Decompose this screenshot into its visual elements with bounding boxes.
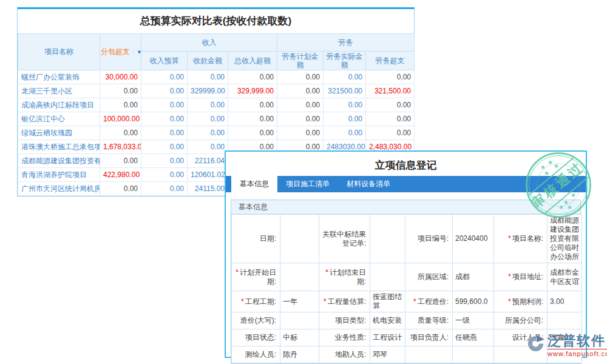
project-name-cell[interactable]: 青海洪湖养护院项目 [18,168,100,182]
header-labor-overrun: 劳务超支 [366,52,415,70]
project-name-cell[interactable]: 成渝高铁内江标段项目 [18,98,100,112]
form-value-cell[interactable] [280,215,319,263]
amount-cell[interactable]: 321500.00 [324,84,366,98]
form-row: *工程工期:一年*工程量估算:按蓝图结算*工程造价:599,600.0*预期利润… [232,291,582,312]
form-value-cell[interactable]: 邓琴 [370,346,405,363]
project-name-cell[interactable]: 港珠澳大桥施工总承包项目 [18,140,100,154]
form-label: 地勘人员: [319,346,370,363]
amount-cell[interactable]: 0.00 [188,140,228,154]
amount-cell[interactable]: 0.00 [141,70,188,84]
required-marker: * [508,297,511,306]
form-value-cell[interactable]: 3.00 [548,291,582,312]
form-value-cell[interactable]: 20240400 [453,215,494,263]
logo-text-block: 泛普软件 www.fanpusoft.com [548,334,607,357]
budget-report-title: 总预算实际对比表(按收付款取数) [18,9,414,33]
form-value-cell[interactable]: 机电安装 [370,312,405,329]
amount-cell: 1,678,033.00 [100,140,141,154]
table-row: 螺丝厂办公室装饰30,000.000.000.000.000.000.000.0… [18,70,415,84]
form-value-cell[interactable] [453,346,494,363]
required-marker: * [236,268,239,277]
header-income-group: 收入 [141,34,277,52]
amount-cell[interactable]: 120601.02 [188,168,228,182]
header-income-budget: 收入预算 [141,52,188,70]
project-window-title: 立项信息登记 [226,152,586,176]
amount-cell: 0.00 [228,126,277,140]
amount-cell: 0.00 [100,154,141,168]
amount-cell[interactable]: 0.00 [188,126,228,140]
form-value-cell[interactable] [280,312,319,329]
amount-cell[interactable]: 0.00 [324,70,366,84]
form-row: 日期:关联中标结果登记单:项目编号:20240400*项目名称:成都能源建设集团… [232,215,582,263]
amount-cell[interactable]: 0.00 [188,70,228,84]
form-value-cell[interactable]: 按蓝图结算 [370,291,405,312]
form-label: 项目状态: [232,329,280,346]
amount-cell[interactable]: 0.00 [324,98,366,112]
project-name-cell[interactable]: 绿城云栖玫瑰园 [18,126,100,140]
form-value-cell[interactable]: 成都能源建设集团投资有限公司临时办公场所 [548,215,582,263]
form-value-cell[interactable]: 工程设计 [370,329,405,346]
form-value-cell[interactable]: 任晓燕 [453,329,494,346]
budget-header-row-groups: 项目名称分包超支▼收入劳务 [18,34,415,52]
sort-descending-icon[interactable]: ▼ [133,49,141,55]
amount-cell[interactable]: 0.00 [141,84,188,98]
amount-cell: 0.00 [277,98,324,112]
form-value-cell[interactable] [548,312,582,329]
project-name-cell[interactable]: 银亿滨江中心 [18,112,100,126]
amount-cell[interactable]: 0.00 [188,98,228,112]
form-row: *计划开始日期:*计划结束日期:所属区域:成都*项目地址:成都市金牛区友谊 [232,263,582,291]
form-value-cell[interactable] [370,263,405,291]
amount-cell: 0.00 [100,126,141,140]
form-value-cell[interactable]: 599,600.0 [453,291,494,312]
amount-cell[interactable]: 0.00 [141,112,188,126]
amount-cell[interactable]: 329999.00 [188,84,228,98]
form-label: 测绘人员: [232,346,280,363]
amount-cell[interactable]: 0.00 [141,98,188,112]
tab-basic-info[interactable]: 基本信息 [231,176,277,192]
amount-cell: 0.00 [366,98,415,112]
amount-cell: 0.00 [366,112,415,126]
amount-cell[interactable]: 0.00 [141,140,188,154]
amount-cell[interactable]: 0.00 [188,112,228,126]
amount-cell: 422,980.00 [100,168,141,182]
form-label: 项目类型: [319,312,370,329]
tab-material-equipment-list[interactable]: 材料设备清单 [338,176,399,192]
amount-cell[interactable]: 0.00 [324,112,366,126]
form-label: 所属分公司: [494,312,548,329]
tab-construction-list[interactable]: 项目施工清单 [277,176,338,192]
header-labor-planned-amount: 劳务计划金额 [277,52,324,70]
amount-cell[interactable]: 0.00 [141,154,188,168]
amount-cell[interactable]: 0.00 [141,168,188,182]
project-name-cell[interactable]: 广州市天河区统计局机房改造 [18,182,100,196]
form-value-cell[interactable]: 一级 [453,312,494,329]
project-name-cell[interactable]: 龙湖三千里小区 [18,84,100,98]
amount-cell: 0.00 [366,70,415,84]
amount-cell: 0.00 [277,84,324,98]
form-value-cell[interactable]: 一年 [280,291,319,312]
amount-cell[interactable]: 0.00 [324,126,366,140]
amount-cell[interactable]: 0.00 [141,182,188,196]
form-value-cell[interactable]: 成都 [453,263,494,291]
amount-cell[interactable]: 22116.04 [188,154,228,168]
header-project-name: 项目名称 [18,34,100,70]
desktop: 总预算实际对比表(按收付款取数) 项目名称分包超支▼收入劳务收入预算收款金额总收… [0,0,607,364]
header-total-income-excess: 总收入超额 [228,52,277,70]
table-row: 银亿滨江中心100,000.000.000.000.000.000.000.00 [18,112,415,126]
project-name-cell[interactable]: 成都能源建设集团投资有限公司 [18,154,100,168]
amount-cell: 0.00 [228,70,277,84]
form-value-cell[interactable]: 陈丹 [280,346,319,363]
form-value-cell[interactable] [370,215,405,263]
required-marker: * [324,297,327,306]
header-subcontract-overrun-label: 分包超支 [101,47,130,56]
form-value-cell[interactable]: 成都市金牛区友谊 [548,263,582,291]
form-value-cell[interactable]: 中标 [280,329,319,346]
project-registration-window: 立项信息登记 基本信息项目施工清单材料设备清单 基本信息 日期:关联中标结果登记… [225,150,587,358]
amount-cell[interactable]: 0.00 [141,126,188,140]
table-row: 龙湖三千里小区0.000.00329999.00329,999.000.0032… [18,84,415,98]
required-marker: * [241,297,244,306]
form-value-cell[interactable] [280,263,319,291]
section-title: 基本信息 [231,200,580,214]
table-row: 成渝高铁内江标段项目0.000.000.000.000.000.000.00 [18,98,415,112]
amount-cell[interactable]: 24115.00 [188,182,228,196]
header-labor-actual-amount: 劳务实际金额 [324,52,366,70]
project-name-cell[interactable]: 螺丝厂办公室装饰 [18,70,100,84]
